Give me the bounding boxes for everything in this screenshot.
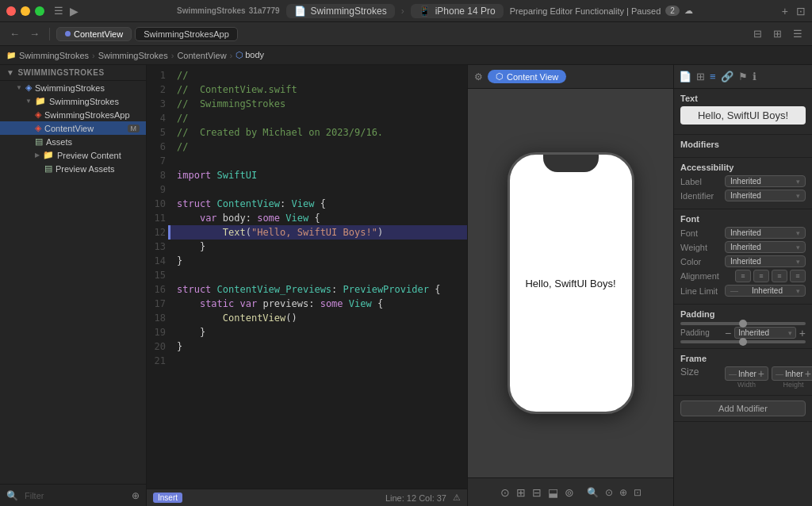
padding-slider-top[interactable] <box>680 322 806 325</box>
window-controls <box>6 6 44 16</box>
code-line-14[interactable]: } <box>170 254 467 268</box>
filter-label: Filter <box>25 491 44 500</box>
preview-pin-icon[interactable]: ⬓ <box>548 486 558 499</box>
sidebar-item-assets[interactable]: ▤ Assets <box>0 135 146 148</box>
inspector-icon-flag[interactable]: ⚑ <box>738 71 748 82</box>
code-area[interactable]: 123456789101112131415161718192021 //// C… <box>147 65 467 489</box>
line-limit-label: Line Limit <box>680 286 722 296</box>
label-field-value[interactable]: Inherited ▾ <box>725 175 806 187</box>
code-line-5[interactable]: // Created by Michael on 2023/9/16. <box>170 125 467 140</box>
tab-swimming-strokes-app[interactable]: SwimmingStrokesApp <box>135 27 238 41</box>
sidebar-right-icon[interactable]: ⊡ <box>796 5 806 17</box>
code-line-10[interactable]: struct ContentView: View { <box>170 197 467 211</box>
align-right-btn[interactable]: ≡ <box>772 270 787 282</box>
sidebar-item-swimming-strokes-app[interactable]: ◈ SwimmingStrokesApp <box>0 108 146 121</box>
sidebar-item-content-view[interactable]: ◈ ContentView M <box>0 121 146 135</box>
height-field[interactable]: — Inher + <box>772 366 812 381</box>
identifier-field-value[interactable]: Inherited ▾ <box>725 190 806 201</box>
weight-value[interactable]: Inherited ▾ <box>725 241 806 253</box>
add-file-icon[interactable]: ⊕ <box>132 490 140 501</box>
zoom-out-icon[interactable]: 🔍 <box>587 487 599 498</box>
inspector-icon-info[interactable]: ℹ <box>753 71 756 82</box>
preview-layout-icon[interactable]: ⊟ <box>532 486 542 499</box>
padding-label: Padding <box>680 328 722 337</box>
inspector-icon-file[interactable]: 📄 <box>679 71 691 82</box>
code-line-3[interactable]: // SwimmingStrokes <box>170 97 467 111</box>
code-editor[interactable]: 123456789101112131415161718192021 //// C… <box>147 65 467 506</box>
dropdown-arrow-weight: ▾ <box>796 243 800 251</box>
padding-slider-bottom[interactable] <box>680 340 806 343</box>
preview-record-icon[interactable]: ⊚ <box>565 486 574 499</box>
align-center-btn[interactable]: ≡ <box>753 270 769 282</box>
settings-icon[interactable]: ☰ <box>790 26 806 41</box>
forward-icon[interactable]: → <box>26 26 43 41</box>
code-line-1[interactable]: // <box>170 68 467 82</box>
add-modifier-button[interactable]: Add Modifier <box>680 401 806 416</box>
breadcrumb-sep-1: › <box>92 51 95 60</box>
preview-home-icon[interactable]: ⊙ <box>500 486 510 499</box>
sidebar-item-preview-content[interactable]: ▶ 📁 Preview Content <box>0 148 146 162</box>
code-line-4[interactable]: // <box>170 111 467 125</box>
sidebar-header: ▼ SwimmingStrokes <box>0 65 146 81</box>
font-value[interactable]: Inherited ▾ <box>725 227 806 239</box>
breadcrumb-item-2[interactable]: SwimmingStrokes <box>98 51 168 60</box>
code-line-20[interactable]: } <box>170 339 467 354</box>
tab-swimming-strokes[interactable]: 📄 SwimmingStrokes <box>286 4 395 18</box>
tab-content-view[interactable]: ContentView <box>56 27 132 41</box>
minimize-button[interactable] <box>21 6 30 16</box>
code-line-17[interactable]: static var previews: some View { <box>170 297 467 311</box>
inspector-icon-grid[interactable]: ⊞ <box>696 71 705 82</box>
line-number-2: 2 <box>147 82 166 97</box>
height-plus[interactable]: + <box>805 368 811 379</box>
sidebar-item-swimming-strokes-folder[interactable]: ▼ 📁 SwimmingStrokes <box>0 94 146 108</box>
code-content[interactable]: //// ContentView.swift// SwimmingStrokes… <box>170 65 467 489</box>
back-icon[interactable]: ← <box>6 26 23 41</box>
pill-icon: ⬡ <box>496 71 504 82</box>
maximize-button[interactable] <box>35 6 44 16</box>
code-line-6[interactable]: // <box>170 140 467 154</box>
code-line-21[interactable] <box>170 354 467 368</box>
code-line-11[interactable]: var body: some View { <box>170 211 467 225</box>
code-line-2[interactable]: // ContentView.swift <box>170 82 467 97</box>
code-line-9[interactable] <box>170 182 467 197</box>
padding-plus-btn[interactable]: + <box>799 328 806 339</box>
zoom-fit-icon[interactable]: ⊡ <box>634 487 642 498</box>
play-button[interactable]: ▶ <box>70 5 79 17</box>
sidebar-item-preview-assets[interactable]: ▤ Preview Assets <box>0 162 146 175</box>
sidebar-item-swimming-strokes-group[interactable]: ▼ ◈ SwimmingStrokes <box>0 81 146 94</box>
breadcrumb-item-1[interactable]: SwimmingStrokes <box>19 51 89 60</box>
padding-field[interactable]: Inherited ▾ <box>734 327 796 339</box>
line-limit-value[interactable]: — Inherited ▾ <box>725 285 806 297</box>
align-left-btn[interactable]: ≡ <box>735 270 751 282</box>
padding-area: Padding − Inherited ▾ + <box>680 322 806 343</box>
split-view-icon[interactable]: ⊞ <box>770 26 785 41</box>
code-line-18[interactable]: ContentView() <box>170 311 467 325</box>
content-view-pill[interactable]: ⬡ Content View <box>488 70 566 83</box>
breadcrumb-item-3[interactable]: ContentView <box>177 51 226 60</box>
code-line-15[interactable] <box>170 268 467 282</box>
color-value[interactable]: Inherited ▾ <box>725 255 806 267</box>
inspector-icon-link[interactable]: 🔗 <box>721 71 733 82</box>
zoom-in-icon[interactable]: ⊕ <box>619 487 627 498</box>
sidebar-toggle-icon[interactable]: ☰ <box>54 5 63 17</box>
preview-grid-icon[interactable]: ⊞ <box>516 486 526 499</box>
inspector-modifiers-section: Modifiers <box>674 135 812 158</box>
width-field[interactable]: — Inher + <box>725 366 768 381</box>
inspector-icon-list[interactable]: ≡ <box>710 71 716 82</box>
width-plus[interactable]: + <box>758 368 764 379</box>
code-line-8[interactable]: import SwiftUI <box>170 168 467 182</box>
align-justify-btn[interactable]: ≡ <box>790 270 806 282</box>
add-button[interactable]: + <box>782 5 788 17</box>
code-line-12[interactable]: Text("Hello, SwiftUI Boys!") <box>168 225 467 240</box>
code-line-19[interactable]: } <box>170 325 467 339</box>
breadcrumb-item-4[interactable]: ⬡body <box>236 50 264 60</box>
code-line-16[interactable]: struct ContentView_Previews: PreviewProv… <box>170 282 467 297</box>
padding-minus-btn[interactable]: − <box>725 328 731 339</box>
code-line-7[interactable] <box>170 154 467 168</box>
preview-settings-icon[interactable]: ⚙ <box>474 71 483 82</box>
close-button[interactable] <box>6 6 16 16</box>
zoom-reset-icon[interactable]: ⊙ <box>605 487 613 498</box>
editor-layout-icon[interactable]: ⊟ <box>750 26 765 41</box>
code-line-13[interactable]: } <box>170 240 467 254</box>
tab-device[interactable]: 📱 iPhone 14 Pro <box>411 4 504 18</box>
